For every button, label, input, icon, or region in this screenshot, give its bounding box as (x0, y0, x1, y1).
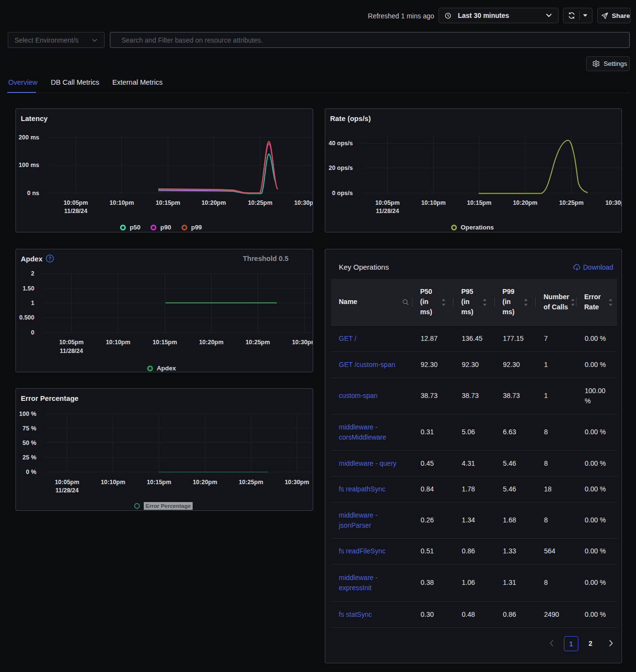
svg-text:1.50: 1.50 (23, 285, 34, 292)
svg-text:10:05pm: 10:05pm (375, 199, 400, 206)
svg-text:11/28/24: 11/28/24 (64, 208, 88, 214)
svg-text:20 ops/s: 20 ops/s (329, 165, 353, 171)
svg-text:200 ms: 200 ms (19, 134, 39, 141)
svg-text:0 ns: 0 ns (27, 190, 39, 197)
svg-text:10:25pm: 10:25pm (248, 199, 273, 206)
svg-text:0: 0 (31, 329, 34, 336)
svg-text:100 ms: 100 ms (19, 162, 39, 168)
svg-text:100 %: 100 % (19, 411, 36, 417)
svg-text:11/28/24: 11/28/24 (60, 348, 83, 354)
svg-text:50 %: 50 % (23, 440, 37, 446)
svg-text:10:30pm: 10:30pm (294, 199, 313, 206)
svg-text:10:10pm: 10:10pm (109, 199, 134, 206)
svg-text:10:15pm: 10:15pm (147, 479, 171, 486)
svg-text:10:20pm: 10:20pm (513, 199, 538, 206)
svg-text:0 ops/s: 0 ops/s (332, 190, 353, 197)
svg-text:10:05pm: 10:05pm (59, 339, 84, 346)
svg-text:40 ops/s: 40 ops/s (329, 140, 353, 147)
svg-text:10:25pm: 10:25pm (239, 479, 263, 486)
svg-text:25 %: 25 % (23, 454, 37, 461)
svg-text:10:10pm: 10:10pm (421, 199, 446, 206)
svg-text:11/28/24: 11/28/24 (376, 208, 399, 214)
svg-text:2: 2 (31, 270, 34, 277)
svg-text:10:15pm: 10:15pm (152, 339, 177, 346)
svg-text:10:05pm: 10:05pm (55, 479, 79, 486)
svg-text:10:10pm: 10:10pm (106, 339, 131, 346)
svg-text:75 %: 75 % (23, 425, 37, 432)
svg-text:10:20pm: 10:20pm (193, 479, 217, 486)
svg-text:10:10pm: 10:10pm (101, 479, 125, 486)
svg-text:1: 1 (31, 300, 34, 306)
svg-text:0.500: 0.500 (19, 314, 34, 321)
svg-text:10:30pm: 10:30pm (292, 339, 313, 346)
svg-text:10:30pm: 10:30pm (606, 199, 622, 206)
svg-text:10:25pm: 10:25pm (559, 199, 584, 206)
svg-text:11/28/24: 11/28/24 (56, 487, 79, 494)
svg-text:10:15pm: 10:15pm (156, 199, 181, 206)
svg-text:10:20pm: 10:20pm (201, 199, 226, 206)
svg-text:10:20pm: 10:20pm (199, 339, 224, 346)
svg-text:10:25pm: 10:25pm (245, 339, 270, 346)
svg-text:10:05pm: 10:05pm (63, 199, 88, 206)
svg-text:10:15pm: 10:15pm (467, 199, 492, 206)
svg-text:10:30pm: 10:30pm (285, 479, 309, 486)
svg-text:0 %: 0 % (26, 469, 36, 475)
